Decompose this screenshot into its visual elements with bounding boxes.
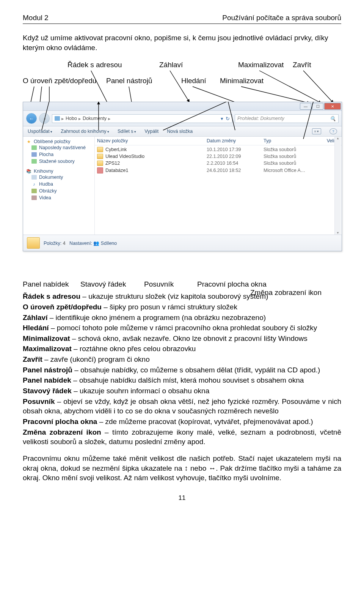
- definition-text: – ukazuje strukturu složek (viz kapitola…: [80, 292, 268, 300]
- definition-text: – obsahuje nabídky, co můžeme s obsahem …: [72, 366, 320, 374]
- label-stavovy-radek: Stavový řádek: [80, 280, 126, 288]
- definition-text: – obsahuje nabídku dalších míst, která m…: [71, 376, 304, 384]
- toolbar: Uspořádat Zahrnout do knihovny Sdílet s …: [23, 126, 342, 137]
- folder-icon: [27, 237, 40, 249]
- sidebar-pictures[interactable]: Obrázky: [25, 188, 93, 194]
- sidebar-recent[interactable]: Naposledy navštívené: [25, 144, 93, 151]
- toolbar-include[interactable]: Zahrnout do knihovny: [61, 129, 109, 134]
- desktop-icon: [31, 152, 37, 157]
- definition-line: Minimalizovat – schová okno, avšak nezav…: [23, 334, 341, 344]
- label-zavrit: Zavřít: [293, 61, 311, 69]
- table-row[interactable]: Ulead VideoStudio22.1.2010 22:09Složka s…: [95, 153, 342, 160]
- definition-line: Panel nástrojů – obsahuje nabídky, co mů…: [23, 365, 341, 375]
- file-date: 22.1.2010 22:09: [207, 154, 264, 159]
- scrollbar[interactable]: [334, 137, 341, 235]
- chevron-right-icon: ▸: [78, 116, 81, 121]
- column-headers: Název položky Datum změny Typ Veliko: [95, 137, 342, 145]
- status-settings-label: Nastavení:: [69, 241, 92, 246]
- definition-line: Hledání – pomocí tohoto pole můžeme v rá…: [23, 323, 341, 333]
- sidebar-music[interactable]: ♪Hudba: [25, 181, 93, 188]
- column-date[interactable]: Datum změny: [207, 138, 264, 143]
- sidebar-desktop[interactable]: Plocha: [25, 151, 93, 158]
- intro-paragraph: Když už umíme aktivovat pracovní okno, p…: [23, 33, 341, 52]
- column-type[interactable]: Typ: [264, 138, 324, 143]
- file-date: 2.2.2010 16:54: [207, 161, 264, 166]
- star-icon: ★: [26, 139, 31, 144]
- maximize-button[interactable]: ☐: [312, 103, 323, 110]
- definition-term: Změna zobrazení ikon: [23, 428, 101, 436]
- label-minimalizovat: Minimalizovat: [220, 77, 264, 85]
- label-o-uroven: O úroveň zpět/dopředu: [23, 77, 96, 85]
- toolbar-newfolder[interactable]: Nová složka: [167, 129, 193, 134]
- definition-term: Panel nástrojů: [23, 366, 72, 374]
- file-name: CyberLink: [105, 147, 127, 152]
- view-icon[interactable]: ≡ ▾: [312, 128, 321, 134]
- status-items-count: 4: [63, 241, 66, 246]
- sidebar-favorites[interactable]: ★Oblíbené položky: [25, 139, 93, 144]
- definition-line: Pracovní plocha okna – zde můžeme pracov…: [23, 417, 341, 427]
- explorer-window: — ☐ ✕ ← → ▸ Hobo ▸ Dokumenty ▸ ▾ ↻: [23, 102, 342, 251]
- definition-line: Posuvník – objeví se vždy, když je obsah…: [23, 397, 341, 416]
- access-icon: [97, 167, 103, 173]
- header-rule: [23, 24, 341, 24]
- address-part-0: Hobo: [66, 116, 77, 121]
- file-list: CyberLink10.1.2010 17:39Složka souborůUl…: [95, 145, 342, 174]
- chevron-down-icon[interactable]: ▾: [221, 116, 223, 121]
- label-pracovni-plocha: Pracovní plocha okna: [197, 280, 267, 288]
- definition-term: O úroveň zpět/dopředu: [23, 303, 102, 311]
- address-part-1: Dokumenty: [83, 116, 107, 121]
- table-row[interactable]: ZPS122.2.2010 16:54Složka souborů: [95, 160, 342, 167]
- title-bar: — ☐ ✕: [23, 102, 342, 111]
- search-input[interactable]: Prohledat: Dokumenty 🔍: [235, 114, 339, 123]
- chevron-right-icon: ▸: [61, 116, 64, 121]
- file-date: 10.1.2010 17:39: [207, 147, 264, 152]
- definition-line: Panel nabídek – obsahuje nabídku dalších…: [23, 375, 341, 385]
- definition-text: – schová okno, avšak nezavře. Okno lze o…: [70, 334, 308, 342]
- picture-icon: [31, 189, 37, 193]
- forward-button[interactable]: →: [39, 113, 50, 124]
- document-icon: [31, 175, 37, 180]
- definition-term: Posuvník: [23, 397, 55, 405]
- folder-icon: [55, 116, 60, 121]
- column-name[interactable]: Název položky: [97, 138, 207, 143]
- toolbar-share[interactable]: Sdílet s: [118, 129, 136, 134]
- outro-paragraph: Pracovnímu oknu můžeme také měnit veliko…: [23, 454, 341, 483]
- refresh-icon[interactable]: ↻: [226, 116, 230, 121]
- sidebar-videos[interactable]: Videa: [25, 194, 93, 201]
- library-icon: 📚: [26, 169, 31, 173]
- folder-icon: [97, 154, 103, 159]
- sidebar-documents[interactable]: Dokumenty: [25, 174, 93, 181]
- definition-text: – zavře (ukončí) program či okno: [42, 355, 150, 363]
- search-placeholder: Prohledat: Dokumenty: [237, 116, 284, 121]
- close-button[interactable]: ✕: [324, 103, 341, 110]
- definition-term: Panel nabídek: [23, 376, 71, 384]
- toolbar-burn[interactable]: Vypálit: [144, 129, 158, 134]
- table-row[interactable]: Databáze124.6.2010 18:52Microsoft Office…: [95, 167, 342, 174]
- address-bar[interactable]: ▸ Hobo ▸ Dokumenty ▸ ▾ ↻: [52, 114, 232, 123]
- toolbar-organize[interactable]: Uspořádat: [28, 129, 52, 134]
- table-row[interactable]: CyberLink10.1.2010 17:39Složka souborů: [95, 146, 342, 153]
- music-icon: ♪: [31, 182, 37, 186]
- definition-text: – pomocí tohoto pole můžeme v rámci prac…: [49, 324, 317, 332]
- sidebar-downloads[interactable]: Stažené soubory: [25, 158, 93, 165]
- definition-line: Maximalizovat – roztáhne okno přes celou…: [23, 344, 341, 354]
- labels-top: Řádek s adresou Záhlaví Maximalizovat Za…: [23, 58, 341, 99]
- status-bar: Položky: 4 Nastavení: 👥 Sdíleno: [23, 235, 342, 251]
- back-button[interactable]: ←: [26, 113, 37, 124]
- definition-term: Minimalizovat: [23, 334, 70, 342]
- file-type: Microsoft Office A…: [264, 168, 324, 173]
- definition-text: – roztáhne okno přes celou obrazovku: [72, 345, 196, 353]
- help-icon[interactable]: ?: [329, 128, 337, 134]
- minimize-button[interactable]: —: [300, 103, 311, 110]
- header-right: Používání počítače a správa souborů: [222, 14, 341, 22]
- folder-icon: [97, 147, 103, 152]
- definition-text: – objeví se vždy, když je obsah okna vět…: [23, 397, 341, 415]
- sidebar-libraries[interactable]: 📚Knihovny: [25, 169, 93, 174]
- definition-line: Změna zobrazení ikon – tímto zobrazujeme…: [23, 427, 341, 447]
- file-date: 24.6.2010 18:52: [207, 168, 264, 173]
- definition-term: Zavřít: [23, 355, 42, 363]
- definition-line: O úroveň zpět/dopředu – šipky pro posun …: [23, 302, 341, 312]
- label-maximalizovat: Maximalizovat: [238, 61, 284, 69]
- search-icon: 🔍: [330, 116, 336, 121]
- label-panel-nastroju: Panel nástrojů: [106, 77, 152, 85]
